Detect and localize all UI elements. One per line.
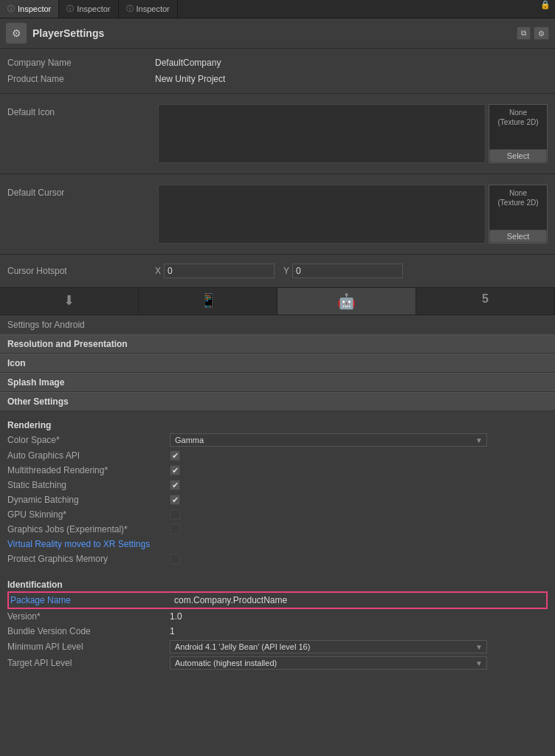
- tab-label-1: Inspector: [18, 4, 51, 13]
- default-icon-preview-text: None (Texture 2D): [496, 105, 540, 127]
- company-name-label: Company Name: [7, 58, 155, 68]
- lock-icon: 🔒: [540, 0, 555, 18]
- cursor-hotspot-row: Cursor Hotspot X Y: [7, 261, 548, 281]
- tab-inspector-2[interactable]: ⓘ Inspector: [59, 0, 118, 18]
- graphics-jobs-label: Graphics Jobs (Experimental)*: [7, 524, 170, 535]
- inspector-icon-1: ⓘ: [7, 4, 15, 14]
- tab-inspector-3[interactable]: ⓘ Inspector: [119, 0, 178, 18]
- bundle-version-row: Bundle Version Code 1: [7, 624, 548, 639]
- hotspot-y-field: Y: [283, 264, 403, 278]
- default-cursor-area: Default Cursor None (Texture 2D) Select: [7, 180, 548, 248]
- section-splash[interactable]: Splash Image: [0, 373, 555, 392]
- rendering-section: Rendering Color Space* Gamma Linear ▼ Au…: [0, 411, 555, 571]
- hotspot-fields: X Y: [155, 264, 403, 278]
- auto-graphics-checkbox[interactable]: ✔: [170, 450, 180, 461]
- product-name-value: New Unity Project: [155, 74, 548, 84]
- hotspot-y-label: Y: [283, 266, 289, 276]
- bundle-version-value: 1: [170, 626, 548, 636]
- vr-link-row: Virtual Reality moved to XR Settings: [7, 537, 548, 551]
- platform-tab-desktop[interactable]: ⬇: [0, 288, 139, 315]
- graphics-jobs-row: Graphics Jobs (Experimental)*: [7, 522, 548, 537]
- dynamic-batching-checkbox[interactable]: ✔: [170, 495, 180, 505]
- default-cursor-preview-text: None (Texture 2D): [496, 185, 540, 207]
- min-api-dropdown[interactable]: Android 4.1 'Jelly Bean' (API level 16): [170, 640, 487, 653]
- section-icon[interactable]: Icon: [0, 354, 555, 373]
- section-other-label: Other Settings: [7, 396, 69, 407]
- version-label: Version*: [7, 611, 170, 622]
- cursor-hotspot-label: Cursor Hotspot: [7, 266, 155, 276]
- min-api-label: Minimum API Level: [7, 642, 170, 652]
- multithreaded-row: Multithreaded Rendering* ✔: [7, 463, 548, 478]
- copy-button[interactable]: ⧉: [517, 27, 531, 40]
- cursor-hotspot-section: Cursor Hotspot X Y: [0, 255, 555, 287]
- section-icon-label: Icon: [7, 358, 26, 368]
- product-name-label: Product Name: [7, 74, 155, 84]
- protect-memory-row: Protect Graphics Memory: [7, 551, 548, 566]
- static-batching-label: Static Batching: [7, 480, 170, 490]
- target-api-row: Target API Level Automatic (highest inst…: [7, 655, 548, 671]
- section-resolution-label: Resolution and Presentation: [7, 339, 128, 349]
- version-row: Version* 1.0: [7, 609, 548, 624]
- section-resolution[interactable]: Resolution and Presentation: [0, 334, 555, 354]
- vr-link[interactable]: Virtual Reality moved to XR Settings: [7, 539, 150, 549]
- target-api-label: Target API Level: [7, 658, 170, 668]
- gpu-skinning-label: GPU Skinning*: [7, 509, 170, 520]
- default-cursor-select-button[interactable]: Select: [489, 230, 547, 243]
- default-cursor-section: Default Cursor None (Texture 2D) Select: [0, 174, 555, 254]
- rendering-title: Rendering: [7, 416, 548, 432]
- min-api-row: Minimum API Level Android 4.1 'Jelly Bea…: [7, 639, 548, 655]
- player-settings-icon: ⚙: [6, 23, 27, 44]
- identification-section: Identification Package Name Version* 1.0…: [0, 571, 555, 676]
- protect-memory-label: Protect Graphics Memory: [7, 554, 170, 564]
- company-name-row: Company Name DefaultCompany: [7, 55, 548, 71]
- platform-tab-html5[interactable]: 5: [416, 288, 555, 315]
- section-other[interactable]: Other Settings: [0, 392, 555, 411]
- default-icon-label: Default Icon: [7, 104, 155, 117]
- static-batching-row: Static Batching ✔: [7, 478, 548, 492]
- tab-inspector-1[interactable]: ⓘ Inspector: [0, 0, 59, 18]
- platform-tab-android[interactable]: 🤖: [278, 288, 416, 315]
- hotspot-x-input[interactable]: [164, 264, 275, 278]
- header-buttons: ⧉ ⚙: [517, 27, 549, 40]
- package-name-input[interactable]: [171, 594, 546, 606]
- company-name-value: DefaultCompany: [155, 58, 548, 68]
- package-name-row: Package Name: [7, 591, 548, 609]
- gpu-skinning-row: GPU Skinning*: [7, 507, 548, 522]
- dynamic-batching-label: Dynamic Batching: [7, 495, 170, 505]
- hotspot-y-input[interactable]: [292, 264, 403, 278]
- identification-title: Identification: [7, 575, 548, 591]
- platform-tab-mobile[interactable]: 📱: [139, 288, 278, 315]
- section-splash-label: Splash Image: [7, 377, 64, 388]
- default-icon-area: Default Icon None (Texture 2D) Select: [7, 100, 548, 168]
- default-icon-select-button[interactable]: Select: [489, 149, 547, 162]
- package-name-label: Package Name: [9, 595, 171, 605]
- dynamic-batching-row: Dynamic Batching ✔: [7, 492, 548, 507]
- color-space-dropdown[interactable]: Gamma Linear: [170, 433, 487, 447]
- inspector-icon-3: ⓘ: [126, 4, 134, 14]
- gpu-skinning-checkbox[interactable]: [170, 509, 180, 520]
- target-api-dropdown-wrapper: Automatic (highest installed) ▼: [170, 656, 487, 670]
- static-batching-checkbox[interactable]: ✔: [170, 480, 180, 490]
- inspector-icon-2: ⓘ: [66, 4, 74, 14]
- graphics-jobs-checkbox[interactable]: [170, 524, 180, 535]
- color-space-label: Color Space*: [7, 435, 170, 445]
- auto-graphics-label: Auto Graphics API: [7, 450, 170, 461]
- platform-tabs: ⬇ 📱 🤖 5: [0, 287, 555, 315]
- settings-button[interactable]: ⚙: [534, 27, 549, 40]
- bundle-version-label: Bundle Version Code: [7, 626, 170, 636]
- tab-bar: ⓘ Inspector ⓘ Inspector ⓘ Inspector 🔒: [0, 0, 555, 18]
- color-space-dropdown-wrapper: Gamma Linear ▼: [170, 433, 487, 447]
- version-value: 1.0: [170, 611, 548, 622]
- min-api-dropdown-wrapper: Android 4.1 'Jelly Bean' (API level 16) …: [170, 640, 487, 653]
- target-api-dropdown[interactable]: Automatic (highest installed): [170, 656, 487, 670]
- protect-memory-checkbox[interactable]: [170, 554, 180, 564]
- tab-label-2: Inspector: [77, 4, 110, 13]
- default-icon-preview: None (Texture 2D) Select: [489, 104, 548, 163]
- default-cursor-label: Default Cursor: [7, 185, 155, 198]
- hotspot-x-label: X: [155, 266, 161, 276]
- page-title: PlayerSettings: [32, 27, 511, 39]
- color-space-row: Color Space* Gamma Linear ▼: [7, 432, 548, 448]
- tab-label-3: Inspector: [137, 4, 170, 13]
- auto-graphics-row: Auto Graphics API ✔: [7, 448, 548, 463]
- multithreaded-checkbox[interactable]: ✔: [170, 465, 180, 475]
